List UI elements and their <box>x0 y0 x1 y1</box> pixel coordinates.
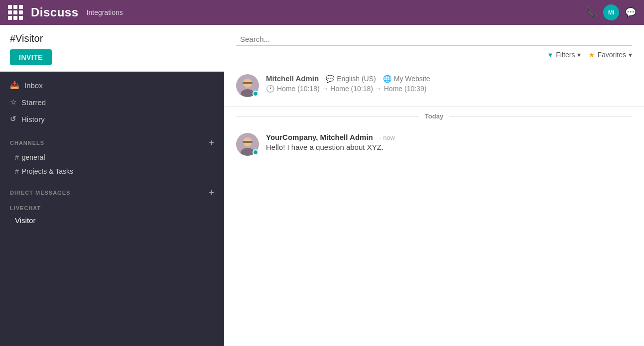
favorites-chevron-icon: ▾ <box>629 51 632 59</box>
filter-row: ▼ Filters ▾ ★ Favorites ▾ <box>236 51 632 59</box>
search-row <box>236 33 632 46</box>
main-content: ▼ Filters ▾ ★ Favorites ▾ <box>224 25 644 346</box>
search-input[interactable] <box>236 33 632 46</box>
direct-messages-label: DIRECT MESSAGES <box>10 190 70 196</box>
website-text: My Website <box>394 75 430 83</box>
integrations-menu[interactable]: Integrations <box>87 8 123 16</box>
message-entry: YourCompany, Mitchell Admin - now Hello!… <box>224 126 644 163</box>
path-text: Home (10:18) → Home (10:18) → Home (10:3… <box>277 85 426 93</box>
channels-section-header: CHANNELS + <box>0 132 224 150</box>
filters-label: Filters <box>556 51 575 59</box>
direct-messages-section-header: DIRECT MESSAGES + <box>0 182 224 200</box>
user-badge[interactable]: MI <box>603 4 619 20</box>
message-author: YourCompany, Mitchell Admin <box>266 133 373 141</box>
starred-label: Starred <box>21 98 46 107</box>
hash-icon: # <box>15 153 19 161</box>
visitor-website: 🌐 My Website <box>383 75 430 83</box>
history-label: History <box>21 115 45 123</box>
content-toolbar: ▼ Filters ▾ ★ Favorites ▾ <box>224 25 644 65</box>
phone-icon[interactable]: 📞 <box>586 7 597 18</box>
visitor-path: 🕐 Home (10:18) → Home (10:18) → Home (10… <box>266 85 632 93</box>
sidebar-item-history[interactable]: ↺ History <box>0 111 224 127</box>
inbox-icon: 📥 <box>10 81 19 90</box>
message-time-value: now <box>383 134 395 141</box>
chat-list: Mitchell Admin 💬 English (US) 🌐 My Websi… <box>224 65 644 346</box>
svg-rect-4 <box>243 82 253 84</box>
history-icon: ↺ <box>10 115 16 123</box>
inbox-label: Inbox <box>24 81 43 90</box>
filter-icon: ▼ <box>547 51 553 59</box>
visitor-name: Mitchell Admin <box>266 74 319 83</box>
sidebar-header: #Visitor INVITE <box>0 25 224 72</box>
chat-icon[interactable]: 💬 <box>625 7 636 18</box>
message-online-indicator <box>253 149 258 155</box>
sidebar-item-inbox[interactable]: 📥 Inbox <box>0 77 224 94</box>
apps-grid-icon[interactable] <box>8 5 23 20</box>
sidebar-item-starred[interactable]: ☆ Starred <box>0 94 224 111</box>
message-body: YourCompany, Mitchell Admin - now Hello!… <box>266 133 395 151</box>
visitor-info: Mitchell Admin 💬 English (US) 🌐 My Websi… <box>266 74 632 93</box>
star-favorites-icon: ★ <box>589 51 595 59</box>
visitor-name-row: Mitchell Admin 💬 English (US) 🌐 My Websi… <box>266 74 632 83</box>
hash-icon-2: # <box>15 167 19 175</box>
livechat-visitor[interactable]: Visitor <box>0 213 224 228</box>
invite-button[interactable]: INVITE <box>10 49 52 65</box>
channel-general[interactable]: # general <box>0 150 224 164</box>
sidebar: #Visitor INVITE 📥 Inbox ☆ Starred ↺ Hist… <box>0 25 224 346</box>
top-nav-icons: 📞 MI 💬 <box>586 4 636 20</box>
message-text: Hello! I have a question about XYZ. <box>266 143 395 151</box>
svg-rect-9 <box>243 141 253 143</box>
message-avatar-container <box>236 133 259 156</box>
main-layout: #Visitor INVITE 📥 Inbox ☆ Starred ↺ Hist… <box>0 25 644 346</box>
filters-button[interactable]: ▼ Filters ▾ <box>547 51 581 59</box>
channel-projects-tasks[interactable]: # Projects & Tasks <box>0 164 224 178</box>
app-title: Discuss <box>31 5 79 19</box>
online-indicator <box>253 91 258 97</box>
visitor-entry[interactable]: Mitchell Admin 💬 English (US) 🌐 My Websi… <box>224 65 644 107</box>
channel-projects-tasks-label: Projects & Tasks <box>22 167 73 175</box>
language-text: English (US) <box>337 75 376 83</box>
add-dm-button[interactable]: + <box>209 188 214 197</box>
message-author-row: YourCompany, Mitchell Admin - now <box>266 133 395 142</box>
livechat-label: LIVECHAT <box>0 200 224 213</box>
message-time: - now <box>379 134 395 141</box>
globe-icon: 🌐 <box>383 75 391 83</box>
channels-label: CHANNELS <box>10 140 44 146</box>
today-label: Today <box>425 113 443 120</box>
star-icon: ☆ <box>10 98 16 107</box>
top-nav: Discuss Integrations 📞 MI 💬 <box>0 0 644 25</box>
history-path-icon: 🕐 <box>266 85 274 93</box>
avatar-container <box>236 74 259 97</box>
favorites-button[interactable]: ★ Favorites ▾ <box>589 51 632 59</box>
chat-bubble-icon: 💬 <box>326 75 334 83</box>
sidebar-channel-title: #Visitor <box>10 33 214 44</box>
channel-general-label: general <box>22 153 45 161</box>
add-channel-button[interactable]: + <box>209 138 214 147</box>
sidebar-nav: 📥 Inbox ☆ Starred ↺ History <box>0 72 224 132</box>
today-divider: Today <box>224 107 644 126</box>
filters-chevron-icon: ▾ <box>577 51 581 59</box>
visitor-language: 💬 English (US) <box>326 75 376 83</box>
divider-line-left <box>236 116 419 116</box>
favorites-label: Favorites <box>597 51 626 59</box>
divider-line-right <box>449 116 632 116</box>
